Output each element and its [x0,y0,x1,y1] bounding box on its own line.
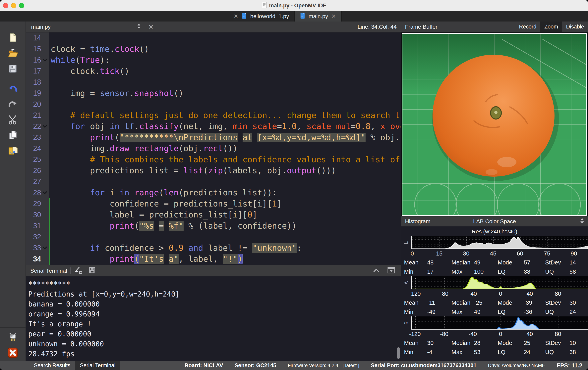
color-space-arrows-icon[interactable] [579,217,585,226]
statusbar-tab-search-results[interactable]: Search Results [29,361,75,370]
gutter-cell[interactable]: 22 [26,121,49,132]
maximize-window-button[interactable] [19,3,24,8]
paste-icon [7,146,18,157]
python-file-icon [300,12,305,21]
fold-toggle-icon[interactable] [41,246,49,250]
gutter-cell[interactable]: 24 [26,143,49,154]
gutter-cell[interactable]: 20 [26,99,49,110]
terminal-header-divider [70,268,71,274]
tab-helloworld_1.py[interactable]: ✕helloworld_1.py [228,11,294,21]
statusbar-tab-serial-terminal[interactable]: Serial Terminal [75,361,120,370]
code-token [105,121,110,131]
code-token [129,188,134,197]
frame-buffer-view[interactable] [401,32,588,216]
undo-button[interactable] [6,81,19,97]
code-token: : [297,243,302,253]
gutter-cell[interactable]: 21 [26,110,49,121]
connect-button[interactable] [6,330,19,345]
code-token: min_scale [233,121,277,131]
save-terminal-log-icon[interactable] [88,266,96,276]
code-token: ): [100,55,110,65]
record-button[interactable]: Record [515,21,540,32]
code-text: print("%s = %f" % (label, confidence)) [50,220,401,232]
gutter-cell[interactable]: 31 [26,220,49,232]
close-tab-icon[interactable]: ✕ [234,14,238,19]
gutter-cell[interactable]: 15 [26,44,49,55]
code-token [164,221,169,230]
file-selector[interactable]: main.py [31,24,51,30]
serial-terminal-output[interactable]: **********Predictions at [x=0,y=0,w=240,… [26,276,401,361]
close-tab-icon[interactable]: ✕ [331,14,336,19]
color-space-selector[interactable]: LAB Color Space [473,218,516,225]
fold-toggle-icon[interactable] [41,125,49,128]
gutter-cell[interactable]: 23 [26,132,49,143]
gutter-cell[interactable]: 18 [26,77,49,88]
code-editor[interactable]: 1415clock = time.clock()16while(True):17… [26,32,401,265]
gutter-cell[interactable]: 34 [26,253,49,265]
code-text: label = predictions_list[i][0] [50,209,401,220]
clear-terminal-icon[interactable] [74,266,83,276]
code-token [115,188,120,197]
gutter-cell[interactable]: 17 [26,66,49,77]
code-token: zip [208,166,223,175]
code-token: at [242,133,252,142]
code-token [51,166,90,175]
gutter-cell[interactable]: 16 [26,55,49,66]
code-token: . [134,121,139,131]
code-token: . [110,44,115,54]
gutter-cell[interactable]: 25 [26,154,49,165]
code-token: . [198,144,203,153]
new-file-icon [8,32,18,44]
copy-button[interactable] [6,128,19,143]
new-file-button[interactable] [6,30,19,46]
window-proxy-icon [262,2,267,10]
histogram-plot [411,316,588,330]
code-token: i [233,210,238,220]
gutter-cell[interactable]: 27 [26,176,49,187]
gutter-cell[interactable]: 28 [26,187,49,198]
code-token: ())) [316,166,336,175]
gutter-cell[interactable]: 30 [26,209,49,220]
code-line: 15clock = time.clock() [26,44,401,55]
dock-terminal-icon[interactable] [387,267,395,275]
file-selector-arrows-icon[interactable] [136,23,142,31]
collapse-terminal-icon[interactable] [372,267,380,275]
terminal-line: unknown = 0.000000 [28,339,401,349]
histogram-x-ticks: -120-80-4004080 [411,330,588,338]
minimize-window-button[interactable] [11,3,16,8]
stat-value: 57 [524,259,545,266]
fold-toggle-icon[interactable] [41,191,49,194]
terminal-scrollbar-thumb[interactable] [397,347,400,359]
tick-label: -40 [468,331,477,337]
code-text: while(True): [50,55,401,66]
status-item: Drive: /Volumes/NO NAME [488,363,545,368]
redo-button[interactable] [6,97,19,112]
disable-button[interactable]: Disable [562,21,588,32]
close-file-icon[interactable]: ✕ [148,23,154,31]
line-number: 26 [30,167,41,175]
tab-main.py[interactable]: main.py✕ [294,11,342,21]
stop-button[interactable] [6,345,19,361]
gutter-cell[interactable]: 14 [26,32,49,44]
stat-label: Min [404,309,427,315]
gutter-cell[interactable]: 29 [26,198,49,210]
gutter-cell[interactable]: 35 [26,265,49,265]
fold-toggle-icon[interactable] [41,59,49,62]
zoom-button[interactable]: Zoom [540,21,562,32]
code-token: if [90,243,100,253]
gutter-cell[interactable]: 33 [26,242,49,254]
change-bar [49,32,50,44]
gutter-cell[interactable]: 32 [26,231,49,242]
cut-button[interactable] [6,112,19,128]
stat-value: 49 [474,309,498,315]
stat-label: LQ [498,349,524,355]
paste-button[interactable] [6,143,19,159]
save-file-button[interactable] [6,61,19,77]
line-number: 18 [30,78,41,86]
channel-label: A [401,276,411,289]
gutter-cell[interactable]: 19 [26,88,49,99]
open-file-button[interactable] [6,46,19,61]
code-token: list [184,166,203,175]
close-window-button[interactable] [3,3,8,8]
gutter-cell[interactable]: 26 [26,165,49,176]
